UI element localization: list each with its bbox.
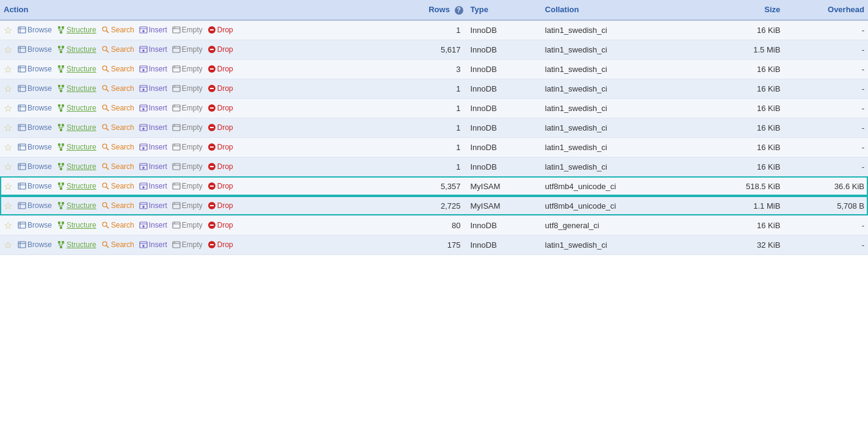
structure-button[interactable]: Structure bbox=[55, 142, 98, 152]
drop-button[interactable]: Drop bbox=[206, 181, 235, 191]
drop-button[interactable]: Drop bbox=[206, 25, 235, 35]
drop-button[interactable]: Drop bbox=[206, 240, 235, 250]
empty-button[interactable]: Empty bbox=[170, 240, 204, 250]
browse-button[interactable]: Browse bbox=[16, 45, 54, 54]
favorite-star[interactable]: ☆ bbox=[4, 142, 12, 153]
browse-button[interactable]: Browse bbox=[16, 142, 54, 152]
action-cell: ☆ Browse Struct bbox=[0, 40, 392, 59]
structure-button[interactable]: Structure bbox=[55, 45, 98, 54]
svg-rect-79 bbox=[173, 85, 180, 92]
empty-button[interactable]: Empty bbox=[170, 123, 204, 132]
browse-button[interactable]: Browse bbox=[16, 181, 54, 191]
drop-button[interactable]: Drop bbox=[206, 64, 235, 74]
search-button[interactable]: Search bbox=[99, 142, 136, 152]
empty-button[interactable]: Empty bbox=[170, 64, 204, 74]
insert-button[interactable]: Insert bbox=[137, 181, 169, 191]
favorite-star[interactable]: ☆ bbox=[4, 103, 12, 114]
size-cell: 16 KiB bbox=[700, 215, 784, 235]
insert-button[interactable]: Insert bbox=[137, 201, 169, 211]
collation-cell: latin1_swedish_ci bbox=[541, 79, 700, 98]
type-cell: MyISAM bbox=[467, 176, 541, 196]
size-cell: 16 KiB bbox=[700, 59, 784, 79]
insert-button[interactable]: Insert bbox=[137, 220, 169, 230]
search-button[interactable]: Search bbox=[99, 240, 136, 250]
structure-button[interactable]: Structure bbox=[55, 162, 98, 171]
svg-point-94 bbox=[103, 105, 107, 109]
search-button[interactable]: Search bbox=[99, 201, 136, 211]
browse-button[interactable]: Browse bbox=[16, 123, 54, 132]
favorite-star[interactable]: ☆ bbox=[4, 83, 12, 95]
empty-button[interactable]: Empty bbox=[170, 142, 204, 152]
structure-button[interactable]: Structure bbox=[55, 123, 98, 132]
empty-button[interactable]: Empty bbox=[170, 162, 204, 171]
insert-button[interactable]: Insert bbox=[137, 142, 169, 152]
search-button[interactable]: Search bbox=[99, 45, 136, 54]
search-button[interactable]: Search bbox=[99, 103, 136, 113]
favorite-star[interactable]: ☆ bbox=[4, 63, 12, 75]
drop-button[interactable]: Drop bbox=[206, 162, 235, 171]
overhead-cell: - bbox=[784, 98, 868, 118]
type-cell: MyISAM bbox=[467, 196, 541, 215]
insert-button[interactable]: Insert bbox=[137, 84, 169, 93]
insert-button[interactable]: Insert bbox=[137, 162, 169, 171]
empty-button[interactable]: Empty bbox=[170, 220, 204, 230]
drop-button[interactable]: Drop bbox=[206, 220, 235, 230]
empty-button[interactable]: Empty bbox=[170, 25, 204, 35]
structure-button[interactable]: Structure bbox=[55, 84, 98, 93]
search-button[interactable]: Search bbox=[99, 25, 136, 35]
drop-button[interactable]: Drop bbox=[206, 142, 235, 152]
drop-button[interactable]: Drop bbox=[206, 123, 235, 132]
svg-rect-231 bbox=[18, 242, 26, 248]
structure-button[interactable]: Structure bbox=[55, 64, 98, 74]
browse-button[interactable]: Browse bbox=[16, 64, 54, 74]
empty-button[interactable]: Empty bbox=[170, 181, 204, 191]
insert-button[interactable]: Insert bbox=[137, 240, 169, 250]
size-cell: 16 KiB bbox=[700, 137, 784, 157]
svg-rect-151 bbox=[62, 163, 64, 165]
drop-button[interactable]: Drop bbox=[206, 84, 235, 93]
browse-button[interactable]: Browse bbox=[16, 201, 54, 211]
collation-cell: latin1_swedish_ci bbox=[541, 157, 700, 176]
insert-button[interactable]: Insert bbox=[137, 64, 169, 74]
structure-button[interactable]: Structure bbox=[55, 103, 98, 113]
favorite-star[interactable]: ☆ bbox=[4, 122, 12, 134]
favorite-star[interactable]: ☆ bbox=[4, 220, 12, 231]
empty-button[interactable]: Empty bbox=[170, 84, 204, 93]
empty-button[interactable]: Empty bbox=[170, 201, 204, 211]
structure-button[interactable]: Structure bbox=[55, 25, 98, 35]
insert-button[interactable]: Insert bbox=[137, 123, 169, 132]
browse-button[interactable]: Browse bbox=[16, 162, 54, 171]
browse-button[interactable]: Browse bbox=[16, 103, 54, 113]
search-button[interactable]: Search bbox=[99, 64, 136, 74]
rows-info-icon[interactable]: ? bbox=[455, 6, 463, 15]
svg-rect-16 bbox=[173, 27, 180, 33]
empty-button[interactable]: Empty bbox=[170, 45, 204, 54]
search-button[interactable]: Search bbox=[99, 123, 136, 132]
drop-button[interactable]: Drop bbox=[206, 103, 235, 113]
insert-button[interactable]: Insert bbox=[137, 45, 169, 54]
browse-button[interactable]: Browse bbox=[16, 220, 54, 230]
structure-button[interactable]: Structure bbox=[55, 220, 98, 230]
empty-button[interactable]: Empty bbox=[170, 103, 204, 113]
browse-button[interactable]: Browse bbox=[16, 240, 54, 250]
favorite-star[interactable]: ☆ bbox=[4, 181, 12, 192]
search-button[interactable]: Search bbox=[99, 220, 136, 230]
favorite-star[interactable]: ☆ bbox=[4, 161, 12, 173]
favorite-star[interactable]: ☆ bbox=[4, 200, 12, 212]
insert-button[interactable]: Insert bbox=[137, 103, 169, 113]
search-button[interactable]: Search bbox=[99, 84, 136, 93]
favorite-star[interactable]: ☆ bbox=[4, 24, 12, 36]
overhead-cell: - bbox=[784, 137, 868, 157]
search-button[interactable]: Search bbox=[99, 181, 136, 191]
structure-button[interactable]: Structure bbox=[55, 240, 98, 250]
favorite-star[interactable]: ☆ bbox=[4, 44, 12, 56]
search-button[interactable]: Search bbox=[99, 162, 136, 171]
structure-button[interactable]: Structure bbox=[55, 181, 98, 191]
favorite-star[interactable]: ☆ bbox=[4, 239, 12, 251]
drop-button[interactable]: Drop bbox=[206, 201, 235, 211]
browse-button[interactable]: Browse bbox=[16, 84, 54, 93]
browse-button[interactable]: Browse bbox=[16, 25, 54, 35]
insert-button[interactable]: Insert bbox=[137, 25, 169, 35]
drop-button[interactable]: Drop bbox=[206, 45, 235, 54]
structure-button[interactable]: Structure bbox=[55, 201, 98, 211]
